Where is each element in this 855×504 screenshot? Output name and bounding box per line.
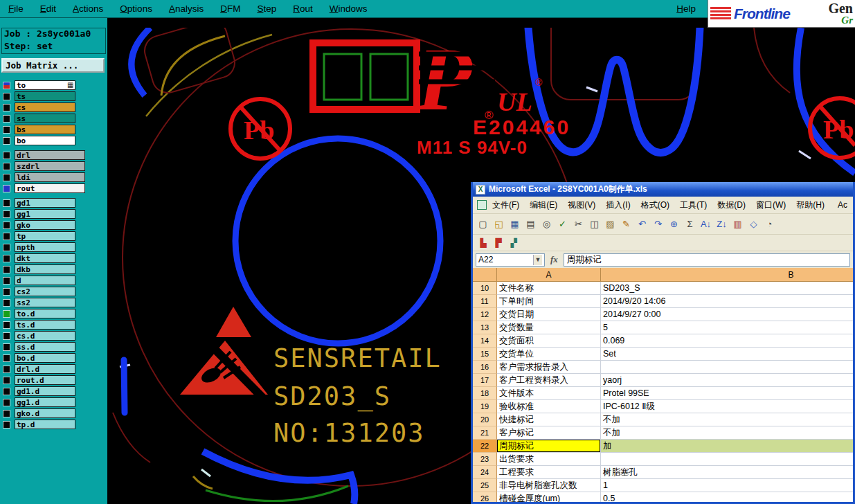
layer-select-checkbox[interactable] bbox=[3, 299, 10, 307]
toolbar-icon[interactable]: Z↓ bbox=[714, 217, 729, 231]
excel-menu-item[interactable]: 视图(V) bbox=[568, 199, 595, 211]
row-header[interactable]: 14 bbox=[473, 334, 497, 348]
layer-row[interactable]: ts bbox=[1, 91, 106, 102]
menu-item[interactable]: Step bbox=[257, 3, 276, 14]
toolbar-icon[interactable]: ▥ bbox=[730, 217, 745, 231]
toolbar-icon[interactable]: ▤ bbox=[523, 217, 538, 231]
cell-label[interactable]: 客户工程资料录入 bbox=[497, 374, 601, 387]
layer-row[interactable]: bo.d bbox=[1, 352, 106, 363]
layer-select-checkbox[interactable] bbox=[3, 377, 10, 384]
row-header[interactable]: 22 bbox=[473, 440, 497, 453]
layer-select-checkbox[interactable] bbox=[3, 174, 10, 181]
layer-row[interactable]: dkb bbox=[1, 264, 106, 275]
cell-value[interactable]: 树脂塞孔 bbox=[601, 466, 855, 479]
layer-select-checkbox[interactable] bbox=[3, 399, 10, 406]
row-header[interactable]: 17 bbox=[473, 374, 497, 387]
layer-name[interactable]: dkb bbox=[15, 264, 75, 274]
layer-row[interactable]: d bbox=[1, 275, 106, 286]
name-box[interactable]: A22 ▼ bbox=[476, 253, 545, 267]
menu-item[interactable]: File bbox=[8, 3, 24, 14]
layer-select-checkbox[interactable] bbox=[3, 93, 10, 100]
toolbar-icon[interactable]: ◫ bbox=[587, 217, 602, 231]
layer-name[interactable]: bo bbox=[15, 136, 75, 145]
layer-row[interactable]: cs.d bbox=[1, 330, 106, 341]
menu-item[interactable]: DFM bbox=[220, 3, 240, 14]
layer-row[interactable]: drl bbox=[1, 150, 106, 161]
layer-name[interactable]: ss.d bbox=[15, 342, 75, 352]
layer-row[interactable]: gg1.d bbox=[1, 397, 106, 408]
name-box-dropdown-icon[interactable]: ▼ bbox=[533, 255, 542, 265]
cell-label[interactable]: 工程要求 bbox=[497, 466, 601, 479]
layer-name[interactable]: tp.d bbox=[15, 420, 75, 429]
layer-name[interactable]: ldi bbox=[15, 172, 85, 182]
row-header[interactable]: 25 bbox=[473, 479, 497, 492]
menu-item[interactable]: Actions bbox=[73, 3, 103, 14]
layer-name[interactable]: gd1.d bbox=[15, 386, 75, 396]
cell-value[interactable]: IPC-6012 Ⅱ级 bbox=[601, 400, 855, 413]
menu-item[interactable]: Windows bbox=[330, 3, 368, 14]
cell-label[interactable]: 客户标记 bbox=[497, 426, 601, 440]
cell-label[interactable]: 交货单位 bbox=[497, 348, 601, 361]
cell-value[interactable] bbox=[601, 361, 855, 374]
layer-name[interactable]: cs bbox=[15, 102, 75, 112]
layer-select-checkbox[interactable] bbox=[3, 255, 10, 262]
layer-select-checkbox[interactable] bbox=[3, 288, 10, 296]
row-header[interactable]: 23 bbox=[473, 453, 497, 466]
layer-name[interactable]: gko.d bbox=[15, 408, 75, 418]
column-header-a[interactable]: A bbox=[497, 268, 601, 282]
layer-row[interactable]: dkt bbox=[1, 253, 106, 264]
layer-name[interactable]: ss2 bbox=[15, 298, 75, 307]
cell-value[interactable]: 0.5 bbox=[601, 492, 855, 504]
layer-name[interactable]: ss bbox=[15, 114, 75, 123]
layer-select-checkbox[interactable] bbox=[3, 354, 10, 362]
layer-name[interactable]: d bbox=[15, 276, 75, 285]
toolbar-icon[interactable]: ▦ bbox=[507, 217, 522, 231]
layer-select-checkbox[interactable] bbox=[3, 343, 10, 351]
row-header[interactable]: 18 bbox=[473, 387, 497, 400]
layer-select-checkbox[interactable] bbox=[3, 126, 10, 134]
layer-select-checkbox[interactable] bbox=[3, 137, 10, 145]
layer-name[interactable]: ts.d bbox=[15, 320, 75, 330]
layer-row[interactable]: ts.d bbox=[1, 319, 106, 330]
excel-titlebar[interactable]: X Microsoft Excel - 2S8YC001A0制作单.xls bbox=[473, 182, 853, 197]
layer-select-checkbox[interactable] bbox=[3, 163, 10, 170]
layer-row[interactable]: ss bbox=[1, 113, 106, 124]
layer-select-checkbox[interactable] bbox=[3, 222, 10, 229]
layer-select-checkbox[interactable] bbox=[3, 152, 10, 159]
cell-value[interactable]: SD203_S bbox=[601, 282, 855, 295]
layer-select-checkbox[interactable] bbox=[3, 388, 10, 395]
toolbar-icon[interactable]: ✎ bbox=[619, 217, 633, 231]
layer-row[interactable]: npth bbox=[1, 242, 106, 253]
layer-name[interactable]: szdrl bbox=[15, 161, 85, 171]
layer-select-checkbox[interactable] bbox=[3, 266, 10, 273]
row-header[interactable]: 20 bbox=[473, 413, 497, 426]
cell-label[interactable]: 文件名称 bbox=[497, 282, 601, 295]
cell-label[interactable]: 验收标准 bbox=[497, 400, 601, 413]
excel-menu-item[interactable]: 工具(T) bbox=[680, 199, 707, 211]
layer-name[interactable]: gg1 bbox=[15, 209, 75, 219]
excel-menu-item[interactable]: 插入(I) bbox=[606, 199, 630, 211]
layer-row[interactable]: gko.d bbox=[1, 408, 106, 419]
cell-label[interactable]: 客户需求报告录入 bbox=[497, 361, 601, 374]
layer-name[interactable]: cs.d bbox=[15, 331, 75, 341]
excel-menu-item[interactable]: 格式(O) bbox=[641, 199, 669, 211]
cell-value[interactable] bbox=[601, 453, 855, 466]
excel-menu-item[interactable]: 窗口(W) bbox=[756, 199, 786, 211]
layer-name[interactable]: dkt bbox=[15, 253, 75, 263]
layer-row[interactable]: gg1 bbox=[1, 208, 106, 219]
layer-row[interactable]: bs bbox=[1, 124, 106, 135]
layer-name[interactable]: rout.d bbox=[15, 375, 75, 385]
layer-select-checkbox[interactable] bbox=[3, 82, 10, 89]
row-header[interactable]: 26 bbox=[473, 492, 497, 504]
excel-menu-item[interactable]: Ac bbox=[838, 200, 847, 210]
layer-select-checkbox[interactable] bbox=[3, 210, 10, 218]
layer-name[interactable]: bo.d bbox=[15, 353, 75, 363]
layer-select-checkbox[interactable] bbox=[3, 244, 10, 251]
toolbar-icon[interactable]: ▛ bbox=[492, 237, 505, 249]
layer-name[interactable]: npth bbox=[15, 242, 75, 252]
select-all-corner[interactable] bbox=[473, 268, 497, 282]
row-header[interactable]: 12 bbox=[473, 308, 497, 321]
layer-row[interactable]: gd1 bbox=[1, 197, 106, 208]
toolbar-icon[interactable]: ✓ bbox=[555, 217, 570, 231]
column-header-b[interactable]: B bbox=[601, 268, 855, 282]
